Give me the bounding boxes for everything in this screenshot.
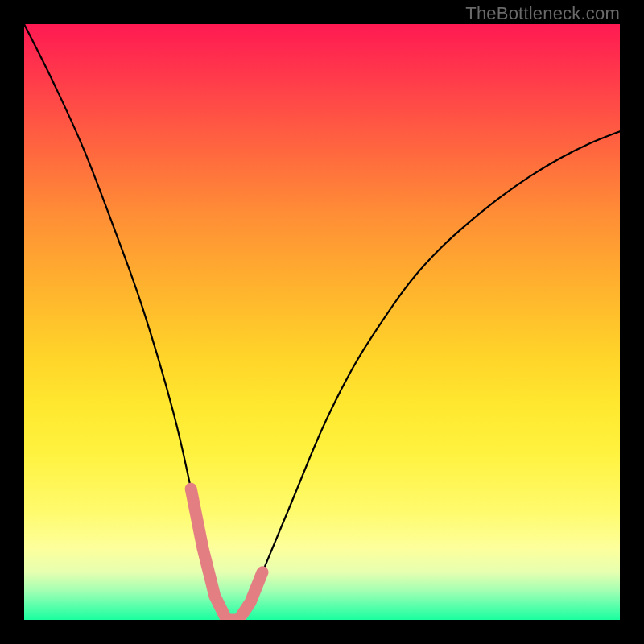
plot-area — [24, 24, 620, 620]
chart-frame: TheBottleneck.com — [0, 0, 644, 644]
highlight-segment-path — [191, 489, 262, 620]
bottleneck-curve-path — [24, 24, 620, 620]
watermark-text: TheBottleneck.com — [465, 3, 620, 24]
curve-layer — [24, 24, 620, 620]
